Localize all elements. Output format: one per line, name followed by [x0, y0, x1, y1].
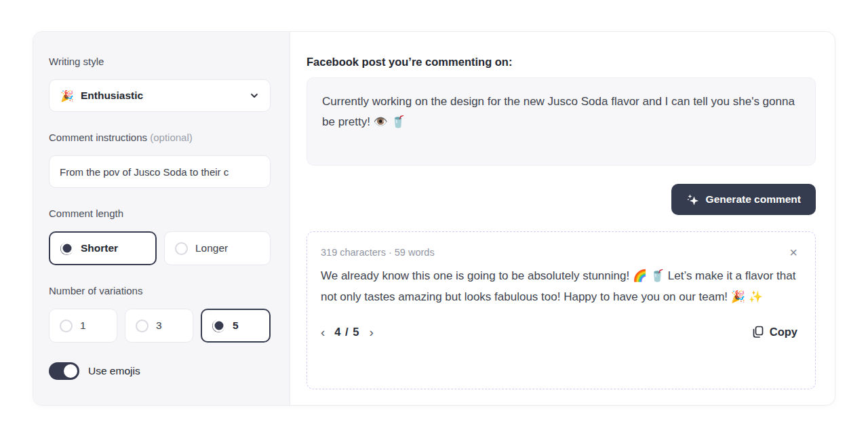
radio-unchecked-icon	[60, 320, 73, 332]
next-variation-button[interactable]: ›	[369, 326, 373, 338]
comment-text: We already know this one is going to be …	[321, 265, 802, 307]
length-option-shorter[interactable]: Shorter	[49, 231, 157, 265]
generate-comment-label: Generate comment	[706, 193, 801, 206]
settings-sidebar: Writing style 🎉 Enthusiastic Comment ins…	[33, 32, 290, 405]
variations-option-label: 5	[233, 320, 239, 332]
variations-option-3[interactable]: 3	[125, 309, 193, 343]
post-text-box[interactable]: Currently working on the design for the …	[307, 77, 816, 166]
variations-option-1[interactable]: 1	[49, 309, 117, 343]
comment-header: 319 characters · 59 words ×	[321, 247, 802, 258]
variation-pager: ‹ 4 / 5 ›	[321, 326, 374, 338]
variations-option-5[interactable]: 5	[201, 309, 271, 343]
radio-checked-icon	[212, 320, 225, 332]
generate-button-row: Generate comment	[307, 184, 816, 215]
comment-length-label: Comment length	[49, 208, 271, 218]
post-text: Currently working on the design for the …	[322, 95, 795, 128]
copy-label: Copy	[770, 326, 797, 338]
comment-instructions-input[interactable]	[49, 155, 271, 188]
variations-label: Number of variations	[49, 286, 271, 296]
comment-main-area: Facebook post you’re commenting on: Curr…	[290, 32, 835, 405]
comment-meta: 319 characters · 59 words	[321, 247, 435, 258]
variation-page-indicator: 4 / 5	[334, 326, 359, 338]
use-emojis-row: Use emojis	[49, 362, 271, 380]
length-option-label: Longer	[195, 242, 228, 254]
party-popper-emoji: 🎉	[60, 90, 74, 102]
chevron-down-icon	[250, 91, 259, 100]
writing-style-select[interactable]: 🎉 Enthusiastic	[49, 79, 271, 112]
generate-comment-button[interactable]: Generate comment	[671, 184, 816, 215]
comment-footer: ‹ 4 / 5 › Copy	[321, 326, 802, 338]
comment-generator-panel: Writing style 🎉 Enthusiastic Comment ins…	[33, 31, 835, 406]
prev-variation-button[interactable]: ‹	[321, 326, 325, 338]
optional-hint: (optional)	[150, 132, 193, 143]
comment-length-options: Shorter Longer	[49, 231, 271, 265]
close-icon[interactable]: ×	[785, 247, 802, 258]
variations-option-label: 1	[80, 320, 86, 332]
writing-style-label: Writing style	[49, 56, 271, 66]
writing-style-value: Enthusiastic	[81, 90, 143, 102]
copy-icon	[751, 326, 764, 338]
radio-unchecked-icon	[136, 320, 149, 332]
radio-checked-icon	[60, 242, 73, 255]
generated-comment-card: 319 characters · 59 words × We already k…	[307, 231, 816, 389]
length-option-label: Shorter	[81, 242, 118, 254]
post-heading: Facebook post you’re commenting on:	[307, 56, 816, 68]
variations-option-label: 3	[156, 320, 162, 332]
sparkles-icon	[686, 193, 699, 206]
comment-instructions-label-text: Comment instructions	[49, 132, 147, 143]
use-emojis-toggle[interactable]	[49, 362, 79, 380]
use-emojis-label: Use emojis	[88, 365, 140, 377]
length-option-longer[interactable]: Longer	[164, 231, 271, 265]
copy-button[interactable]: Copy	[751, 326, 797, 338]
toggle-knob	[64, 364, 77, 378]
comment-instructions-label: Comment instructions (optional)	[49, 132, 271, 142]
radio-unchecked-icon	[175, 242, 188, 255]
variations-options: 1 3 5	[49, 309, 271, 343]
